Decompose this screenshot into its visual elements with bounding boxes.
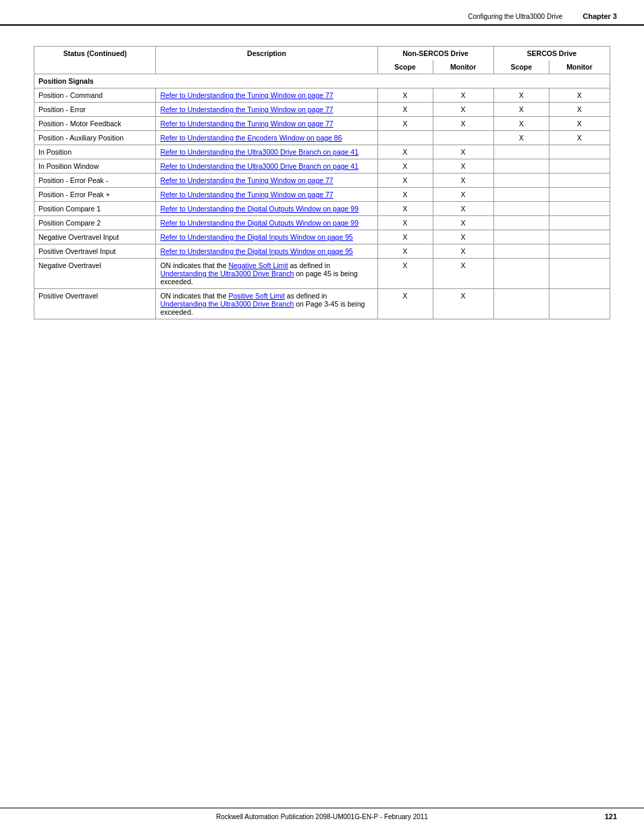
s-monitor-cell xyxy=(549,259,610,289)
main-content: Status (Continued) Description Non-SERCO… xyxy=(0,26,644,340)
ns-scope-cell: X xyxy=(377,230,433,244)
table-row: Position - Auxiliary PositionRefer to Un… xyxy=(34,131,610,145)
description-link[interactable]: Refer to Understanding the Ultra3000 Dri… xyxy=(160,162,358,170)
description-link[interactable]: Refer to Understanding the Tuning Window… xyxy=(160,120,333,128)
description-link[interactable]: Refer to Understanding the Tuning Window… xyxy=(160,176,333,184)
ns-scope-cell: X xyxy=(377,174,433,188)
footer-page-number: 121 xyxy=(590,812,617,820)
s-scope-cell: X xyxy=(493,131,549,145)
description-link[interactable]: Refer to Understanding the Tuning Window… xyxy=(160,190,333,199)
s-monitor-cell xyxy=(549,216,610,230)
ns-scope-cell xyxy=(377,131,433,145)
status-cell: Position Compare 2 xyxy=(34,216,156,230)
ns-scope-cell: X xyxy=(377,216,433,230)
th-scope2: Scope xyxy=(493,60,549,74)
ns-scope-cell: X xyxy=(377,289,433,319)
status-cell: Negative Overtravel Input xyxy=(34,230,156,244)
description-link[interactable]: Negative Soft Limit xyxy=(228,261,288,269)
th-status: Status (Continued) xyxy=(34,47,156,74)
th-monitor1: Monitor xyxy=(433,60,493,74)
status-cell: Position - Motor Feedback xyxy=(34,117,156,131)
s-scope-cell xyxy=(493,244,549,259)
ns-monitor-cell: X xyxy=(433,202,493,216)
status-cell: Positive Overtravel xyxy=(34,289,156,319)
description-cell: Refer to Understanding the Tuning Window… xyxy=(156,188,377,202)
ns-monitor-cell: X xyxy=(433,244,493,259)
s-scope-cell xyxy=(493,159,549,174)
table-row: In Position WindowRefer to Understanding… xyxy=(34,159,610,174)
table-row: Position Compare 2Refer to Understanding… xyxy=(34,216,610,230)
description-link[interactable]: Understanding the Ultra3000 Drive Branch xyxy=(160,300,294,308)
table-row: Position - CommandRefer to Understanding… xyxy=(34,88,610,103)
header-title: Configuring the Ultra3000 Drive xyxy=(468,13,562,20)
table-row: Position - ErrorRefer to Understanding t… xyxy=(34,103,610,117)
th-sercos: SERCOS Drive xyxy=(493,47,610,61)
description-link[interactable]: Refer to Understanding the Tuning Window… xyxy=(160,91,333,99)
ns-scope-cell: X xyxy=(377,244,433,259)
description-link[interactable]: Positive Soft Limit xyxy=(228,292,284,300)
th-scope1: Scope xyxy=(377,60,433,74)
description-link[interactable]: Refer to Understanding the Encoders Wind… xyxy=(160,134,342,142)
description-link[interactable]: Understanding the Ultra3000 Drive Branch xyxy=(160,269,294,278)
ns-scope-cell: X xyxy=(377,88,433,103)
description-link[interactable]: Refer to Understanding the Digital Input… xyxy=(160,233,352,241)
s-scope-cell xyxy=(493,259,549,289)
status-table: Status (Continued) Description Non-SERCO… xyxy=(34,46,610,319)
footer-publication: Rockwell Automation Publication 2098-UM0… xyxy=(54,813,590,820)
s-monitor-cell xyxy=(549,174,610,188)
status-cell: In Position Window xyxy=(34,159,156,174)
ns-monitor-cell: X xyxy=(433,145,493,159)
ns-monitor-cell: X xyxy=(433,259,493,289)
description-link[interactable]: Refer to Understanding the Ultra3000 Dri… xyxy=(160,148,358,156)
position-signals-label: Position Signals xyxy=(34,74,610,88)
ns-scope-cell: X xyxy=(377,202,433,216)
description-link[interactable]: Refer to Understanding the Tuning Window… xyxy=(160,105,333,113)
ns-monitor-cell: X xyxy=(433,159,493,174)
status-cell: Negative Overtravel xyxy=(34,259,156,289)
description-cell: Refer to Understanding the Ultra3000 Dri… xyxy=(156,159,377,174)
s-scope-cell xyxy=(493,202,549,216)
table-header-row1: Status (Continued) Description Non-SERCO… xyxy=(34,47,610,61)
description-cell: Refer to Understanding the Tuning Window… xyxy=(156,117,377,131)
ns-monitor-cell: X xyxy=(433,289,493,319)
table-row: Negative OvertravelON indicates that the… xyxy=(34,259,610,289)
table-row: In PositionRefer to Understanding the Ul… xyxy=(34,145,610,159)
status-cell: Position - Command xyxy=(34,88,156,103)
description-link[interactable]: Refer to Understanding the Digital Outpu… xyxy=(160,219,358,227)
table-row: Negative Overtravel InputRefer to Unders… xyxy=(34,230,610,244)
description-cell: Refer to Understanding the Digital Input… xyxy=(156,230,377,244)
description-cell: Refer to Understanding the Encoders Wind… xyxy=(156,131,377,145)
table-body: Position - CommandRefer to Understanding… xyxy=(34,88,610,319)
th-description: Description xyxy=(156,47,377,74)
s-monitor-cell: X xyxy=(549,103,610,117)
status-cell: Positive Overtravel Input xyxy=(34,244,156,259)
s-monitor-cell: X xyxy=(549,88,610,103)
s-monitor-cell xyxy=(549,145,610,159)
status-cell: Position - Auxiliary Position xyxy=(34,131,156,145)
ns-monitor-cell: X xyxy=(433,174,493,188)
table-row: Positive OvertravelON indicates that the… xyxy=(34,289,610,319)
ns-monitor-cell: X xyxy=(433,117,493,131)
th-nonsercos: Non-SERCOS Drive xyxy=(377,47,493,61)
s-monitor-cell xyxy=(549,289,610,319)
s-scope-cell xyxy=(493,289,549,319)
s-scope-cell xyxy=(493,188,549,202)
page-header: Configuring the Ultra3000 Drive Chapter … xyxy=(0,0,644,26)
ns-scope-cell: X xyxy=(377,188,433,202)
s-monitor-cell xyxy=(549,244,610,259)
page: Configuring the Ultra3000 Drive Chapter … xyxy=(0,0,644,834)
position-signals-header: Position Signals xyxy=(34,74,610,88)
th-monitor2: Monitor xyxy=(549,60,610,74)
description-link[interactable]: Refer to Understanding the Digital Input… xyxy=(160,247,352,255)
description-link[interactable]: Refer to Understanding the Digital Outpu… xyxy=(160,205,358,213)
ns-monitor-cell xyxy=(433,131,493,145)
ns-monitor-cell: X xyxy=(433,216,493,230)
table-row: Position - Motor FeedbackRefer to Unders… xyxy=(34,117,610,131)
ns-scope-cell: X xyxy=(377,103,433,117)
status-cell: Position - Error xyxy=(34,103,156,117)
ns-scope-cell: X xyxy=(377,145,433,159)
description-cell: Refer to Understanding the Digital Input… xyxy=(156,244,377,259)
s-monitor-cell: X xyxy=(549,117,610,131)
status-cell: Position Compare 1 xyxy=(34,202,156,216)
description-cell: Refer to Understanding the Ultra3000 Dri… xyxy=(156,145,377,159)
